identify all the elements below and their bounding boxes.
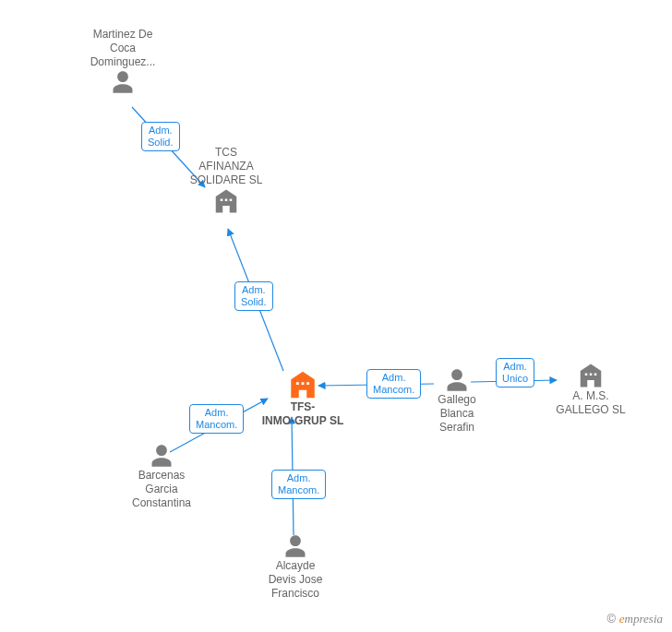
node-label: TFS-INMO-GRUP SL	[247, 400, 358, 428]
person-icon	[240, 533, 351, 559]
person-icon	[67, 69, 178, 95]
edge-label-adm-solid-2: Adm.Solid.	[234, 281, 273, 311]
node-martinez[interactable]: Martinez DeCocaDominguez...	[67, 28, 178, 95]
person-icon	[106, 443, 217, 469]
edge-label-adm-mancom-barcenas: Adm.Mancom.	[189, 404, 244, 434]
edge-label-adm-mancom-alcayde: Adm.Mancom.	[271, 470, 326, 499]
node-label: Martinez DeCocaDominguez...	[67, 28, 178, 69]
company-icon	[540, 362, 642, 389]
edge-label-adm-mancom-gallego: Adm.Mancom.	[366, 369, 421, 399]
node-label: GallegoBlancaSerafin	[415, 393, 498, 435]
node-label: BarcenasGarciaConstantina	[106, 469, 217, 510]
node-alcayde[interactable]: AlcaydeDevis JoseFrancisco	[240, 533, 351, 601]
brand: empresia	[619, 612, 663, 626]
company-icon	[171, 187, 282, 215]
person-icon	[415, 367, 498, 393]
edge-label-adm-unico: Adm.Unico	[496, 358, 534, 388]
node-label: AlcaydeDevis JoseFrancisco	[240, 559, 351, 601]
node-tcs[interactable]: TCSAFINANZASOLIDARE SL	[171, 146, 282, 215]
footer: © empresia	[607, 612, 663, 626]
node-barcenas[interactable]: BarcenasGarciaConstantina	[106, 443, 217, 510]
company-icon	[247, 369, 358, 400]
node-ams[interactable]: A. M.S.GALLEGO SL	[540, 362, 642, 417]
copyright-symbol: ©	[607, 612, 617, 626]
node-gallego[interactable]: GallegoBlancaSerafin	[415, 367, 498, 435]
node-label: A. M.S.GALLEGO SL	[540, 389, 642, 417]
node-label: TCSAFINANZASOLIDARE SL	[171, 146, 282, 187]
node-center[interactable]: TFS-INMO-GRUP SL	[247, 369, 358, 428]
